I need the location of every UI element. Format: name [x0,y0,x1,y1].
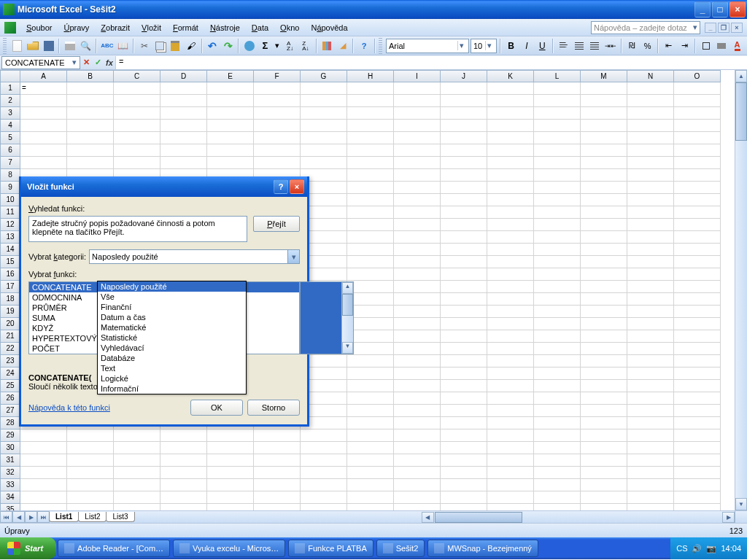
column-header[interactable]: E [207,70,254,82]
cell[interactable] [441,268,487,281]
cell[interactable] [301,467,347,479]
cell[interactable] [441,454,487,467]
cell[interactable] [627,219,674,231]
cell[interactable] [441,429,487,442]
row-header[interactable]: 2 [0,95,20,107]
cell[interactable] [441,144,487,157]
cell[interactable] [627,491,674,504]
cell[interactable] [254,120,301,132]
cell[interactable] [394,144,441,157]
align-left-button[interactable] [557,38,570,54]
merge-center-button[interactable]: ⇥⇤ [603,38,617,54]
cell[interactable] [347,219,394,231]
scroll-thumb[interactable] [735,82,747,141]
open-button[interactable] [26,38,40,54]
cell[interactable] [301,95,347,107]
cell[interactable] [441,157,487,169]
dialog-help-button[interactable]: ? [274,179,288,194]
cell[interactable] [347,306,394,318]
cell[interactable] [627,281,674,293]
row-header[interactable]: 34 [0,491,20,504]
cell[interactable] [627,504,674,510]
autosum-button[interactable]: Σ [258,38,272,54]
cell[interactable] [207,479,254,491]
cell[interactable] [674,306,721,318]
cell[interactable] [20,107,67,120]
cell[interactable] [674,442,721,454]
cell[interactable] [441,169,487,182]
help-button[interactable]: ? [357,38,371,54]
scroll-up-button[interactable]: ▲ [735,70,747,82]
cell[interactable] [441,467,487,479]
system-tray[interactable]: CS 🔊 📷 14:04 [670,537,747,559]
cell[interactable] [487,442,534,454]
cell[interactable] [627,479,674,491]
cell[interactable] [441,194,487,206]
cell[interactable] [534,107,581,120]
cell[interactable] [534,355,581,368]
row-header[interactable]: 20 [0,318,20,330]
cell[interactable] [534,82,581,95]
vertical-scrollbar[interactable]: ▲ ▼ [735,70,747,510]
column-header[interactable]: G [301,70,347,82]
cell[interactable] [487,343,534,355]
tab-nav-last[interactable]: ⏭ [37,511,50,523]
column-header[interactable]: N [627,70,674,82]
cell[interactable] [441,82,487,95]
cell[interactable] [534,293,581,306]
cell[interactable] [20,467,67,479]
cell[interactable] [534,380,581,392]
enter-formula-button[interactable]: ✓ [92,56,104,69]
cell[interactable] [627,144,674,157]
cell[interactable] [627,107,674,120]
cell[interactable] [160,454,207,467]
row-header[interactable]: 29 [0,429,20,442]
cell[interactable] [67,132,114,144]
row-header[interactable]: 4 [0,120,20,132]
dialog-titlebar[interactable]: Vložit funkci ? × [21,176,307,197]
cell[interactable] [581,306,627,318]
cell[interactable] [674,330,721,343]
cell[interactable] [207,491,254,504]
grid[interactable]: ABCDEFGHIJKLMNO 1=2345678910111213141516… [0,70,735,510]
cell[interactable] [674,281,721,293]
cell[interactable] [207,120,254,132]
cell[interactable] [534,306,581,318]
menu-data[interactable]: Data [246,21,274,34]
cell[interactable] [301,144,347,157]
cell[interactable] [487,355,534,368]
cell[interactable] [441,293,487,306]
font-name-select[interactable]: Arial▾ [386,39,469,53]
cell[interactable] [581,318,627,330]
cell[interactable] [534,330,581,343]
cell[interactable] [160,82,207,95]
cell[interactable] [487,479,534,491]
cell[interactable] [441,368,487,380]
maximize-button[interactable]: □ [712,1,728,18]
column-header[interactable]: O [674,70,721,82]
cell[interactable] [581,244,627,256]
sort-desc-button[interactable]: ZA↓ [298,38,312,54]
cell[interactable] [301,132,347,144]
cell[interactable] [534,256,581,268]
cell[interactable] [581,281,627,293]
category-option[interactable]: Datum a čas [98,312,246,322]
cell[interactable] [674,206,721,219]
scroll-left-button[interactable]: ◀ [422,512,434,523]
category-option[interactable]: Finanční [98,302,246,312]
cell[interactable] [581,157,627,169]
cell[interactable] [301,454,347,467]
cell[interactable] [581,343,627,355]
cell[interactable] [581,182,627,194]
category-option[interactable]: Matematické [98,322,246,332]
column-header[interactable]: H [347,70,394,82]
column-header[interactable]: I [394,70,441,82]
cell[interactable] [67,491,114,504]
cell[interactable] [627,293,674,306]
start-button[interactable]: Start [0,537,56,559]
cut-button[interactable]: ✂ [137,38,151,54]
formula-input[interactable]: = [115,56,747,69]
cell[interactable] [674,82,721,95]
cell[interactable] [487,219,534,231]
cell[interactable] [394,368,441,380]
